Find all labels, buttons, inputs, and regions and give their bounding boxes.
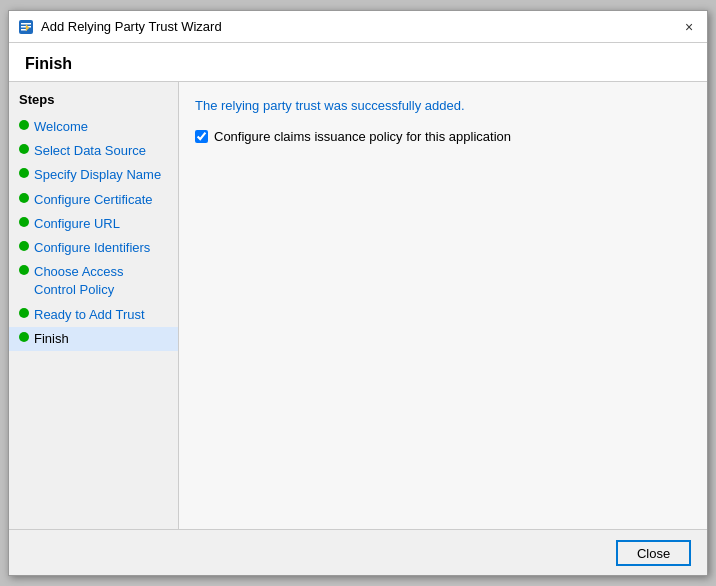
success-message: The relying party trust was successfully…	[195, 98, 691, 113]
step-dot	[19, 308, 29, 318]
window-content: Finish Steps Welcome Select Data Source …	[9, 43, 707, 575]
title-bar: Add Relying Party Trust Wizard ×	[9, 11, 707, 43]
sidebar-item-choose-access-control: Choose Access Control Policy	[9, 260, 178, 302]
sidebar-header: Steps	[9, 92, 178, 115]
sidebar-item-label: Specify Display Name	[34, 166, 161, 184]
step-dot	[19, 217, 29, 227]
step-dot	[19, 265, 29, 275]
close-window-button[interactable]: ×	[679, 17, 699, 37]
content-area: The relying party trust was successfully…	[179, 82, 707, 529]
main-area: Steps Welcome Select Data Source Specify…	[9, 82, 707, 529]
sidebar-item-label: Finish	[34, 330, 69, 348]
title-bar-text: Add Relying Party Trust Wizard	[41, 19, 673, 34]
close-button[interactable]: Close	[616, 540, 691, 566]
sidebar-item-label: Choose Access Control Policy	[34, 263, 168, 299]
svg-rect-1	[21, 23, 31, 25]
configure-claims-label[interactable]: Configure claims issuance policy for thi…	[214, 129, 511, 144]
page-title: Finish	[9, 43, 707, 82]
step-dot	[19, 332, 29, 342]
wizard-icon	[17, 18, 35, 36]
sidebar-item-select-data-source: Select Data Source	[9, 139, 178, 163]
sidebar-item-configure-url: Configure URL	[9, 212, 178, 236]
sidebar-item-label: Ready to Add Trust	[34, 306, 145, 324]
wizard-window: Add Relying Party Trust Wizard × Finish …	[8, 10, 708, 576]
step-dot	[19, 241, 29, 251]
sidebar-item-ready-to-add-trust: Ready to Add Trust	[9, 303, 178, 327]
sidebar-item-label: Configure Identifiers	[34, 239, 150, 257]
footer: Close	[9, 529, 707, 575]
sidebar-item-specify-display-name: Specify Display Name	[9, 163, 178, 187]
sidebar-item-finish: Finish	[9, 327, 178, 351]
configure-claims-checkbox[interactable]	[195, 130, 208, 143]
sidebar-item-label: Welcome	[34, 118, 88, 136]
sidebar-item-welcome: Welcome	[9, 115, 178, 139]
checkbox-row: Configure claims issuance policy for thi…	[195, 129, 691, 144]
sidebar: Steps Welcome Select Data Source Specify…	[9, 82, 179, 529]
step-dot	[19, 168, 29, 178]
sidebar-item-label: Configure URL	[34, 215, 120, 233]
sidebar-item-configure-certificate: Configure Certificate	[9, 188, 178, 212]
step-dot	[19, 144, 29, 154]
sidebar-item-label: Configure Certificate	[34, 191, 153, 209]
sidebar-item-label: Select Data Source	[34, 142, 146, 160]
step-dot	[19, 193, 29, 203]
step-dot	[19, 120, 29, 130]
sidebar-item-configure-identifiers: Configure Identifiers	[9, 236, 178, 260]
